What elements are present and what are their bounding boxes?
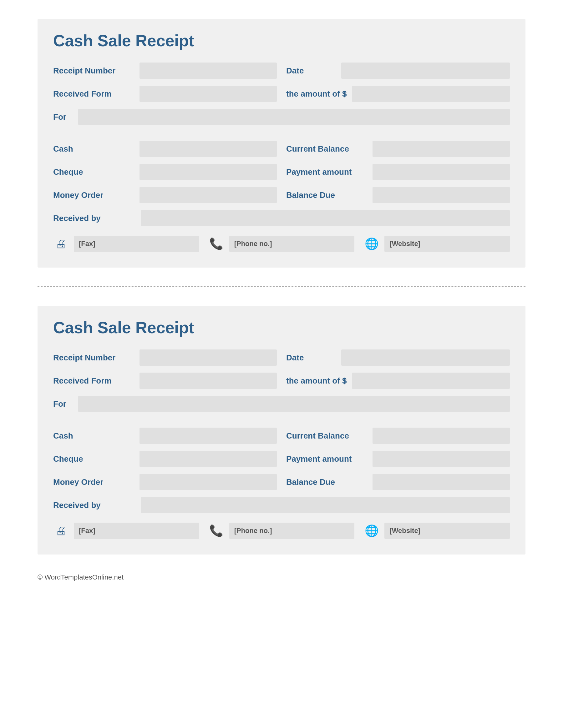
receipt-number-label-2: Receipt Number (53, 353, 134, 363)
received-form-input-1[interactable] (139, 86, 277, 102)
fax-icon-1: 🖨 (53, 237, 69, 250)
received-by-row-1: Received by (53, 210, 510, 226)
website-placeholder-1: [Website] (390, 240, 420, 248)
payment-amount-label-2: Payment amount (286, 454, 368, 464)
payment-amount-pair-1: Payment amount (286, 164, 510, 180)
amount-label-1: the amount of $ (286, 89, 347, 99)
current-balance-label-2: Current Balance (286, 431, 368, 441)
cash-input-2[interactable] (139, 428, 277, 444)
cheque-pair-1: Cheque (53, 164, 277, 180)
cheque-label-1: Cheque (53, 167, 134, 177)
payment-amount-input-1[interactable] (373, 164, 510, 180)
amount-pair-1: the amount of $ (286, 86, 510, 102)
received-form-pair-1: Received Form (53, 86, 277, 102)
current-balance-pair-1: Current Balance (286, 141, 510, 157)
phone-placeholder-2: [Phone no.] (234, 527, 272, 535)
phone-input-2[interactable]: [Phone no.] (229, 523, 355, 539)
cash-balance-row-2: Cash Current Balance (53, 428, 510, 444)
website-item-1: 🌐 [Website] (364, 236, 510, 252)
cheque-label-2: Cheque (53, 454, 134, 464)
balance-due-pair-1: Balance Due (286, 187, 510, 203)
payment-amount-label-1: Payment amount (286, 167, 368, 177)
payment-amount-input-2[interactable] (373, 451, 510, 467)
balance-due-input-2[interactable] (373, 474, 510, 490)
received-form-row-1: Received Form the amount of $ (53, 86, 510, 102)
current-balance-input-2[interactable] (373, 428, 510, 444)
website-icon-1: 🌐 (364, 237, 380, 250)
fax-input-2[interactable]: [Fax] (74, 523, 199, 539)
phone-item-1: 📞 [Phone no.] (208, 236, 355, 252)
balance-due-input-1[interactable] (373, 187, 510, 203)
phone-icon-1: 📞 (208, 237, 224, 250)
receipt-number-pair-1: Receipt Number (53, 63, 277, 79)
received-by-label-1: Received by (53, 213, 134, 223)
fax-item-1: 🖨 [Fax] (53, 236, 199, 252)
website-input-1[interactable]: [Website] (385, 236, 510, 252)
date-label-1: Date (286, 66, 336, 76)
received-by-input-1[interactable] (141, 210, 510, 226)
money-order-balance-row-1: Money Order Balance Due (53, 187, 510, 203)
date-pair-1: Date (286, 63, 510, 79)
received-by-label-2: Received by (53, 500, 134, 510)
received-by-input-2[interactable] (141, 497, 510, 513)
amount-input-2[interactable] (352, 373, 510, 389)
for-input-1[interactable] (78, 109, 510, 125)
for-row-1: For (53, 109, 510, 125)
fax-icon-2: 🖨 (53, 524, 69, 537)
current-balance-pair-2: Current Balance (286, 428, 510, 444)
cash-balance-row-1: Cash Current Balance (53, 141, 510, 157)
money-order-balance-row-2: Money Order Balance Due (53, 474, 510, 490)
cash-pair-2: Cash (53, 428, 277, 444)
fax-input-1[interactable]: [Fax] (74, 236, 199, 252)
cash-label-1: Cash (53, 144, 134, 154)
date-input-2[interactable] (341, 349, 510, 366)
receipt-number-input-2[interactable] (139, 349, 277, 366)
balance-due-label-1: Balance Due (286, 190, 368, 200)
fax-placeholder-1: [Fax] (79, 240, 95, 248)
received-form-input-2[interactable] (139, 373, 277, 389)
website-icon-2: 🌐 (364, 524, 380, 537)
for-input-2[interactable] (78, 396, 510, 412)
receipt-number-label-1: Receipt Number (53, 66, 134, 76)
cheque-input-2[interactable] (139, 451, 277, 467)
date-input-1[interactable] (341, 63, 510, 79)
phone-item-2: 📞 [Phone no.] (208, 523, 355, 539)
current-balance-input-1[interactable] (373, 141, 510, 157)
footer-row-2: 🖨 [Fax] 📞 [Phone no.] 🌐 [Website] (53, 523, 510, 539)
receipt-number-date-row-1: Receipt Number Date (53, 63, 510, 79)
money-order-pair-2: Money Order (53, 474, 277, 490)
receipt-title-2: Cash Sale Receipt (53, 318, 510, 337)
date-pair-2: Date (286, 349, 510, 366)
phone-icon-2: 📞 (208, 524, 224, 537)
for-label-2: For (53, 399, 72, 409)
receipt-number-date-row-2: Receipt Number Date (53, 349, 510, 366)
phone-input-1[interactable]: [Phone no.] (229, 236, 355, 252)
cheque-input-1[interactable] (139, 164, 277, 180)
cheque-payment-row-2: Cheque Payment amount (53, 451, 510, 467)
date-label-2: Date (286, 353, 336, 363)
cheque-pair-2: Cheque (53, 451, 277, 467)
receipt-number-pair-2: Receipt Number (53, 349, 277, 366)
current-balance-label-1: Current Balance (286, 144, 368, 154)
cash-input-1[interactable] (139, 141, 277, 157)
money-order-input-2[interactable] (139, 474, 277, 490)
cash-pair-1: Cash (53, 141, 277, 157)
received-by-row-2: Received by (53, 497, 510, 513)
for-label-1: For (53, 112, 72, 122)
copyright: © WordTemplatesOnline.net (38, 573, 525, 581)
amount-label-2: the amount of $ (286, 376, 347, 386)
balance-due-label-2: Balance Due (286, 477, 368, 487)
money-order-label-1: Money Order (53, 190, 134, 200)
amount-input-1[interactable] (352, 86, 510, 102)
receipt-section-1: Cash Sale Receipt Receipt Number Date Re… (38, 19, 525, 268)
website-input-2[interactable]: [Website] (385, 523, 510, 539)
received-form-pair-2: Received Form (53, 373, 277, 389)
money-order-input-1[interactable] (139, 187, 277, 203)
received-form-label-1: Received Form (53, 89, 134, 99)
fax-item-2: 🖨 [Fax] (53, 523, 199, 539)
balance-due-pair-2: Balance Due (286, 474, 510, 490)
receipt-number-input-1[interactable] (139, 63, 277, 79)
amount-pair-2: the amount of $ (286, 373, 510, 389)
received-form-row-2: Received Form the amount of $ (53, 373, 510, 389)
phone-placeholder-1: [Phone no.] (234, 240, 272, 248)
